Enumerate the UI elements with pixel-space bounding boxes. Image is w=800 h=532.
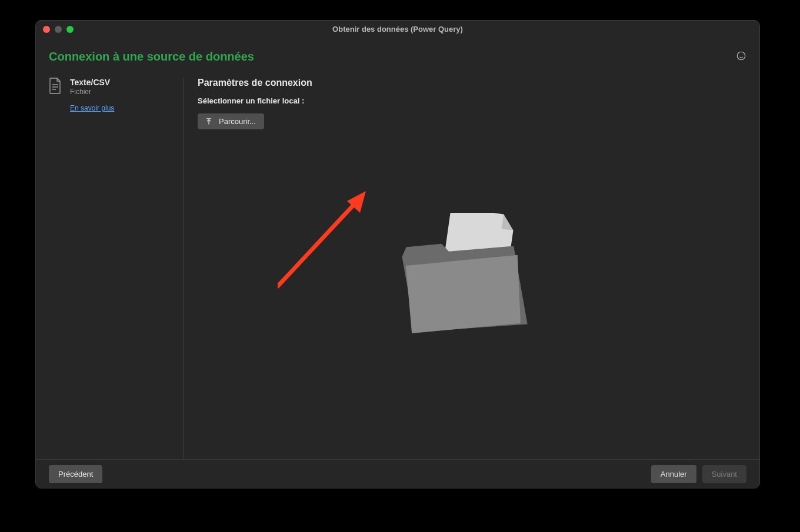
annotation-arrow-icon	[278, 180, 395, 300]
back-button[interactable]: Précédent	[49, 465, 102, 483]
close-window-button[interactable]	[43, 26, 50, 33]
page-header: Connexion à une source de données	[36, 37, 759, 63]
dialog-window: Obtenir des données (Power Query) Connex…	[35, 20, 760, 488]
learn-more-link[interactable]: En savoir plus	[70, 104, 114, 112]
body: Texte/CSV Fichier En savoir plus Paramèt…	[36, 63, 759, 459]
next-button: Suivant	[702, 465, 746, 483]
page-title: Connexion à une source de données	[49, 50, 254, 63]
text-file-icon	[49, 78, 62, 459]
svg-marker-8	[441, 213, 515, 292]
connection-params-panel: Paramètres de connexion Sélectionner un …	[184, 78, 746, 459]
source-name: Texte/CSV	[70, 78, 114, 87]
svg-marker-9	[502, 215, 515, 231]
browse-button-label: Parcourir...	[219, 117, 256, 126]
source-summary-text: Texte/CSV Fichier En savoir plus	[70, 78, 114, 459]
window-title: Obtenir des données (Power Query)	[332, 25, 463, 34]
params-title: Paramètres de connexion	[198, 78, 746, 88]
minimize-window-button[interactable]	[55, 26, 62, 33]
feedback-smiley-icon[interactable]	[736, 51, 746, 63]
window-controls	[43, 26, 74, 33]
svg-marker-11	[347, 191, 366, 213]
svg-point-2	[742, 55, 743, 55]
cancel-button[interactable]: Annuler	[651, 465, 696, 483]
upload-icon	[205, 118, 213, 126]
svg-point-0	[737, 52, 745, 60]
browse-button[interactable]: Parcourir...	[198, 113, 264, 129]
svg-point-1	[739, 55, 740, 55]
svg-line-10	[278, 198, 360, 286]
source-subtitle: Fichier	[70, 88, 114, 96]
select-file-label: Sélectionner un fichier local :	[198, 96, 746, 105]
titlebar: Obtenir des données (Power Query)	[36, 21, 759, 37]
source-summary-panel: Texte/CSV Fichier En savoir plus	[49, 78, 184, 459]
folder-illustration	[395, 213, 531, 356]
wizard-footer: Précédent Annuler Suivant	[36, 459, 759, 488]
maximize-window-button[interactable]	[66, 26, 74, 33]
